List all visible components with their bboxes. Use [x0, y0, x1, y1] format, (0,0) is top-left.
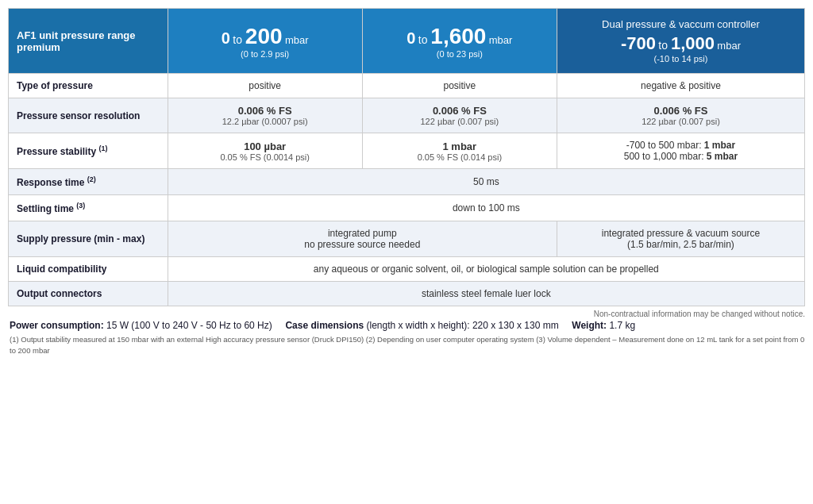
supply-pressure-col12: integrated pumpno pressure source needed: [168, 221, 557, 257]
col2-unit: mbar: [489, 34, 513, 46]
pressure-stability-col1: 100 µbar 0.05 % FS (0.0014 psi): [168, 133, 362, 169]
col3-neg: -700: [621, 33, 656, 53]
row-label-pressure-stability: Pressure stability (1): [9, 133, 168, 169]
pressure-stability-col3: -700 to 500 mbar: 1 mbar 500 to 1,000 mb…: [557, 133, 804, 169]
col1-to: 200: [245, 24, 283, 48]
case-value: (length x width x height): 220 x 130 x 1…: [367, 320, 559, 331]
type-pressure-col3: negative & positive: [557, 74, 804, 98]
settling-time-value: down to 100 ms: [168, 195, 804, 221]
col1-unit: mbar: [285, 34, 309, 46]
sensor-res-col2: 0.006 % FS 122 µbar (0.007 psi): [362, 98, 557, 133]
col1-from: 0: [222, 29, 230, 47]
case-label: Case dimensions: [285, 320, 364, 331]
col2-sub: (0 to 23 psi): [369, 49, 550, 59]
weight-value: 1.7 kg: [609, 320, 635, 331]
col3-unit: mbar: [717, 40, 741, 52]
row-label-response-time: Response time (2): [9, 169, 168, 195]
row-label-output-connectors: Output connectors: [9, 282, 168, 306]
col3-title: Dual pressure & vaccum controller: [564, 18, 798, 30]
footer-footnotes: (1) Output stability measured at 150 mba…: [8, 334, 805, 357]
row-label-liquid-compatibility: Liquid compatibility: [9, 257, 168, 282]
header-label: AF1 unit pressure range premium: [9, 9, 168, 74]
sensor-res-col3: 0.006 % FS 122 µbar (0.007 psi): [557, 98, 804, 133]
header-col2-range: 0 to 1,600 mbar: [369, 24, 550, 49]
row-label-sensor-resolution: Pressure sensor resolution: [9, 98, 168, 133]
supply-pressure-col3: integrated pressure & vacuum source(1.5 …: [557, 221, 804, 257]
row-label-type-of-pressure: Type of pressure: [9, 74, 168, 98]
type-pressure-col1: positive: [168, 74, 362, 98]
liquid-compatibility-value: any aqueous or organic solvent, oil, or …: [168, 257, 804, 282]
weight-label: Weight:: [572, 320, 607, 331]
col3-sub: (-10 to 14 psi): [564, 54, 798, 63]
col1-sub: (0 to 2.9 psi): [175, 49, 356, 59]
col2-to: 1,600: [430, 24, 486, 48]
type-pressure-col2: positive: [362, 74, 557, 98]
table-row: Response time (2) 50 ms: [9, 169, 805, 195]
header-col3: Dual pressure & vaccum controller -700 t…: [557, 9, 804, 74]
table-row: Pressure stability (1) 100 µbar 0.05 % F…: [9, 133, 805, 169]
pressure-stability-col2: 1 mbar 0.05 % FS (0.014 psi): [362, 133, 557, 169]
row-label-settling-time: Settling time (3): [9, 195, 168, 221]
table-row: Type of pressure positive positive negat…: [9, 74, 805, 98]
header-col1-range: 0 to 200 mbar: [175, 24, 356, 49]
table-row: Liquid compatibility any aqueous or orga…: [9, 257, 805, 282]
non-contractual-note: Non-contractual information may be chang…: [8, 310, 805, 318]
footer-specs: Power consumption: 15 W (100 V to 240 V …: [8, 320, 805, 331]
power-value: 15 W (100 V to 240 V - 50 Hz to 60 Hz): [106, 320, 272, 331]
header-col1: 0 to 200 mbar (0 to 2.9 psi): [168, 9, 362, 74]
sensor-res-col1: 0.006 % FS 12.2 µbar (0.0007 psi): [168, 98, 362, 133]
table-row: Pressure sensor resolution 0.006 % FS 12…: [9, 98, 805, 133]
col2-from: 0: [406, 29, 415, 47]
row-label-supply-pressure: Supply pressure (min - max): [9, 221, 168, 257]
col3-pos: 1,000: [671, 33, 715, 53]
response-time-value: 50 ms: [168, 169, 804, 195]
col3-range: -700 to 1,000 mbar: [564, 33, 798, 54]
output-connectors-value: stainless steel female luer lock: [168, 282, 804, 306]
table-row: Output connectors stainless steel female…: [9, 282, 805, 306]
table-row: Settling time (3) down to 100 ms: [9, 195, 805, 221]
table-row: Supply pressure (min - max) integrated p…: [9, 221, 805, 257]
header-col2: 0 to 1,600 mbar (0 to 23 psi): [362, 9, 557, 74]
power-label: Power consumption:: [10, 320, 104, 331]
header-label-text: AF1 unit pressure range premium: [17, 29, 136, 53]
